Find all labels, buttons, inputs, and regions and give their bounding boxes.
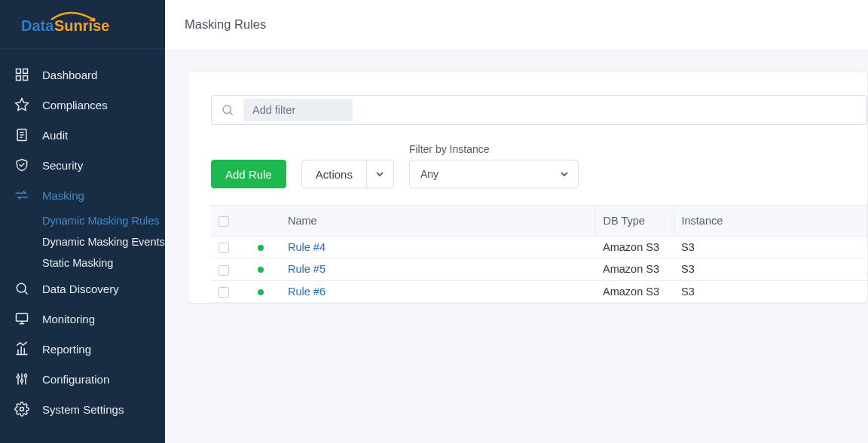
chevron-down-icon <box>560 170 569 179</box>
table-row: Rule #4 Amazon S3 S3 <box>211 237 867 258</box>
table-row: Rule #6 Amazon S3 S3 <box>211 280 867 302</box>
sidebar-item-label: Configuration <box>42 373 109 386</box>
sidebar-item-label: Data Discovery <box>42 283 119 295</box>
filter-instance-label: Filter by Instance <box>409 143 579 155</box>
sliders-icon <box>14 371 30 387</box>
page-title: Masking Rules <box>185 17 266 32</box>
sidebar-item-compliances[interactable]: Compliances <box>0 90 165 120</box>
sidebar-subitem-dynamic-rules[interactable]: Dynamic Masking Rules <box>42 210 165 231</box>
rule-name-link[interactable]: Rule #4 <box>288 241 326 253</box>
sidebar-item-label: Security <box>42 159 83 172</box>
gear-icon <box>14 401 30 417</box>
svg-line-11 <box>24 291 27 294</box>
sidebar-nav: Dashboard Compliances Audit Security Mas… <box>0 49 165 435</box>
sidebar-item-monitoring[interactable]: Monitoring <box>0 304 165 334</box>
sidebar-item-label: Dashboard <box>42 69 97 81</box>
star-icon <box>14 96 30 113</box>
column-header-instance[interactable]: Instance <box>674 206 867 237</box>
shield-icon <box>14 157 30 173</box>
svg-line-27 <box>230 112 233 115</box>
sidebar-subitem-dynamic-events[interactable]: Dynamic Masking Events <box>42 231 165 252</box>
sidebar-item-system-settings[interactable]: System Settings <box>0 394 165 424</box>
sidebar-item-reporting[interactable]: Reporting <box>0 334 165 364</box>
sidebar-item-label: Audit <box>42 129 68 142</box>
row-instance: S3 <box>674 258 867 280</box>
actions-button-group: Actions <box>301 160 394 188</box>
row-db-type: Amazon S3 <box>595 280 674 302</box>
svg-point-25 <box>20 408 24 411</box>
document-icon <box>14 127 30 143</box>
table-row: Rule #5 Amazon S3 S3 <box>211 258 867 280</box>
svg-point-20 <box>17 376 19 378</box>
sidebar: Data Sunrise Dashboard Compliances Audit… <box>0 0 165 443</box>
masking-submenu: Dynamic Masking Rules Dynamic Masking Ev… <box>0 210 165 273</box>
actions-button[interactable]: Actions <box>301 160 367 188</box>
brand-logo[interactable]: Data Sunrise <box>0 0 165 49</box>
svg-marker-5 <box>16 99 29 111</box>
brand-word2: Sunrise <box>54 17 109 34</box>
rule-name-link[interactable]: Rule #5 <box>288 263 326 275</box>
svg-point-10 <box>17 283 26 292</box>
svg-rect-2 <box>23 69 28 74</box>
brand-word1: Data <box>21 17 54 34</box>
filter-by-instance-field: Filter by Instance Any <box>409 143 579 188</box>
row-checkbox[interactable] <box>219 287 229 298</box>
rule-name-link[interactable]: Rule #6 <box>288 286 326 298</box>
sidebar-item-data-discovery[interactable]: Data Discovery <box>0 273 165 304</box>
row-instance: S3 <box>674 237 867 258</box>
svg-rect-3 <box>17 76 21 81</box>
row-checkbox[interactable] <box>219 265 229 276</box>
dashboard-icon <box>14 66 30 83</box>
sidebar-item-label: Reporting <box>42 343 91 356</box>
svg-rect-4 <box>23 76 28 81</box>
rules-panel: Add filter Add Rule Actions Filter by In… <box>188 72 868 304</box>
masking-icon <box>14 187 30 203</box>
actions-caret-button[interactable] <box>367 160 394 188</box>
chart-icon <box>14 341 30 357</box>
sidebar-item-configuration[interactable]: Configuration <box>0 364 165 394</box>
status-indicator-icon <box>258 289 264 295</box>
svg-rect-12 <box>17 313 28 321</box>
column-header-db-type[interactable]: DB Type <box>595 206 674 237</box>
svg-point-24 <box>24 374 26 377</box>
column-header-name[interactable]: Name <box>280 206 595 237</box>
row-db-type: Amazon S3 <box>595 237 674 258</box>
svg-point-22 <box>20 380 23 382</box>
svg-point-26 <box>223 105 231 114</box>
sidebar-subitem-static-masking[interactable]: Static Masking <box>42 252 165 273</box>
filter-bar[interactable]: Add filter <box>211 95 867 125</box>
topbar: Masking Rules <box>165 0 868 49</box>
search-icon <box>212 103 243 117</box>
sidebar-item-label: Compliances <box>42 99 108 112</box>
rules-table: Name DB Type Instance Rule #4 Amazon S3 … <box>211 205 867 303</box>
search-icon <box>14 280 30 297</box>
sidebar-item-security[interactable]: Security <box>0 150 165 180</box>
sidebar-item-masking[interactable]: Masking <box>0 180 165 210</box>
chevron-down-icon <box>375 170 384 179</box>
filter-placeholder: Add filter <box>252 104 295 116</box>
svg-rect-1 <box>17 69 21 74</box>
row-checkbox[interactable] <box>219 243 229 253</box>
select-all-checkbox[interactable] <box>219 216 229 227</box>
sidebar-item-audit[interactable]: Audit <box>0 120 165 150</box>
add-rule-button[interactable]: Add Rule <box>211 160 286 188</box>
status-indicator-icon <box>258 245 264 251</box>
status-indicator-icon <box>258 267 264 273</box>
sidebar-item-dashboard[interactable]: Dashboard <box>0 60 165 90</box>
add-filter-chip[interactable]: Add filter <box>243 99 353 121</box>
row-instance: S3 <box>674 280 867 302</box>
instance-select[interactable]: Any <box>409 160 579 188</box>
main: Masking Rules Add filter Add Rule Action… <box>165 0 868 443</box>
instance-select-value: Any <box>420 168 439 180</box>
sidebar-item-label: System Settings <box>42 403 124 416</box>
monitor-icon <box>14 310 30 327</box>
sidebar-item-label: Masking <box>42 189 84 202</box>
row-db-type: Amazon S3 <box>595 258 674 280</box>
sidebar-item-label: Monitoring <box>42 313 95 325</box>
